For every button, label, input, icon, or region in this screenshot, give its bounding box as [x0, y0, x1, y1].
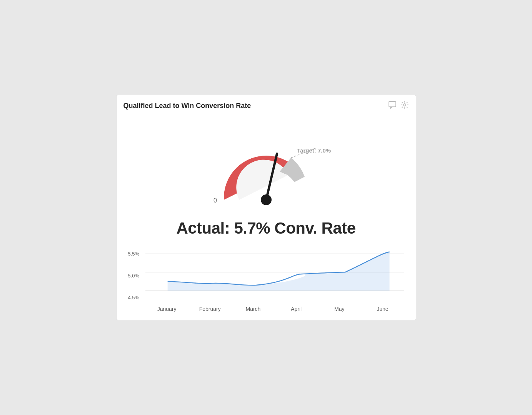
x-label-jun: June [361, 306, 404, 312]
gauge-svg: 0 Target: 7.0% [185, 127, 347, 215]
target-label: Target: 7.0% [297, 147, 331, 154]
chart-fill [167, 252, 389, 291]
card-title: Qualified Lead to Win Conversion Rate [123, 102, 251, 110]
svg-point-1 [404, 104, 406, 106]
y-label-55: 5.5% [128, 251, 145, 257]
actual-value-label: Actual: 5.7% Conv. Rate [117, 215, 416, 245]
settings-icon[interactable] [400, 101, 409, 111]
comment-icon[interactable] [388, 101, 397, 111]
x-label-feb: February [188, 306, 232, 312]
gauge-container: 0 Target: 7.0% [185, 127, 347, 215]
svg-rect-0 [389, 101, 396, 107]
card-header: Qualified Lead to Win Conversion Rate [117, 95, 416, 115]
dashboard-card: Qualified Lead to Win Conversion Rate [116, 95, 416, 320]
header-icons [388, 101, 409, 111]
svg-point-4 [261, 194, 272, 205]
y-label-50: 5.0% [128, 273, 145, 279]
x-label-mar: March [232, 306, 275, 312]
x-label-apr: April [275, 306, 318, 312]
y-label-45: 4.5% [128, 295, 145, 300]
line-chart-svg [145, 249, 404, 303]
gauge-section: 0 Target: 7.0% [117, 115, 416, 215]
zero-label: 0 [213, 197, 217, 204]
chart-section: 5.5% 5.0% 4.5% [117, 245, 416, 320]
x-label-may: May [318, 306, 361, 312]
x-label-jan: January [145, 306, 188, 312]
